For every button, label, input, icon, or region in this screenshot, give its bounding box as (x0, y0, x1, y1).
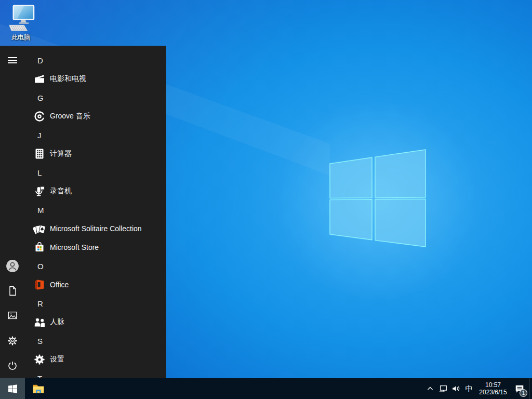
document-icon (7, 285, 18, 297)
settings-icon (33, 353, 46, 366)
start-button[interactable] (0, 378, 25, 399)
app-item-store[interactable]: Microsoft Store (25, 238, 166, 257)
desktop-icon-this-pc[interactable]: 此电脑 (4, 4, 37, 42)
menu-expand-button[interactable] (0, 51, 25, 70)
clock-time: 10:57 (485, 381, 501, 389)
clock[interactable]: 10:57 2023/6/15 (476, 378, 510, 399)
chevron-up-icon (427, 385, 434, 392)
network-tray-button[interactable] (436, 378, 449, 399)
start-menu-rail (0, 46, 25, 378)
windows-logo-icon (8, 384, 17, 393)
section-letter-j[interactable]: J (25, 126, 166, 144)
taskbar: 中 10:57 2023/6/15 1 (0, 378, 532, 399)
groove-music-icon (33, 110, 46, 123)
section-letter-r[interactable]: R (25, 294, 166, 313)
windows-wallpaper-logo-icon (328, 148, 427, 249)
user-account-button[interactable] (0, 254, 25, 278)
tray-overflow-button[interactable] (424, 378, 436, 399)
speaker-icon (451, 384, 461, 393)
computer-icon (6, 4, 36, 31)
section-letter-t[interactable]: T (25, 369, 166, 378)
app-list: D 电影和电视 (25, 51, 166, 378)
solitaire-icon (33, 222, 46, 235)
taskbar-empty-area (49, 378, 424, 399)
documents-button[interactable] (0, 278, 25, 303)
clock-date: 2023/6/15 (479, 389, 507, 396)
app-item-groove-music[interactable]: Groove 音乐 (25, 107, 166, 126)
people-icon (33, 316, 46, 328)
app-item-office[interactable]: Office (25, 275, 166, 294)
store-icon (33, 241, 46, 254)
app-item-people[interactable]: 人脉 (25, 313, 166, 331)
ime-indicator[interactable]: 中 (462, 378, 476, 399)
app-item-voice-recorder[interactable]: 录音机 (25, 182, 166, 201)
section-letter-o[interactable]: O (25, 257, 166, 275)
section-letter-s[interactable]: S (25, 331, 166, 350)
screen: 此电脑 (0, 0, 532, 399)
gear-icon (7, 335, 18, 347)
app-item-solitaire[interactable]: Microsoft Solitaire Collection (25, 219, 166, 238)
voice-recorder-icon (33, 185, 46, 197)
action-center-button[interactable]: 1 (510, 378, 529, 399)
show-desktop-button[interactable] (529, 378, 532, 399)
app-item-calculator[interactable]: 计算器 (25, 144, 166, 163)
section-letter-l[interactable]: L (25, 163, 166, 182)
section-letter-g[interactable]: G (25, 88, 166, 107)
pictures-button[interactable] (0, 303, 25, 328)
power-button[interactable] (0, 353, 25, 378)
movies-tv-icon (33, 73, 46, 85)
hamburger-icon (8, 56, 17, 65)
power-icon (7, 360, 18, 371)
ethernet-icon (438, 384, 448, 393)
app-item-movies-tv[interactable]: 电影和电视 (25, 70, 166, 88)
volume-tray-button[interactable] (449, 378, 462, 399)
section-letter-d[interactable]: D (25, 51, 166, 70)
file-explorer-button[interactable] (28, 378, 49, 399)
app-item-settings[interactable]: 设置 (25, 350, 166, 369)
settings-rail-button[interactable] (0, 328, 25, 353)
section-letter-m[interactable]: M (25, 201, 166, 219)
system-tray: 中 10:57 2023/6/15 1 (424, 378, 532, 399)
user-avatar-icon (6, 259, 19, 273)
desktop-icon-label: 此电脑 (4, 33, 37, 42)
pictures-icon (7, 310, 18, 321)
start-menu: D 电影和电视 (0, 46, 166, 378)
folder-icon (32, 382, 45, 395)
calculator-icon (33, 148, 46, 160)
office-icon (33, 278, 46, 291)
notification-badge: 1 (520, 389, 527, 397)
